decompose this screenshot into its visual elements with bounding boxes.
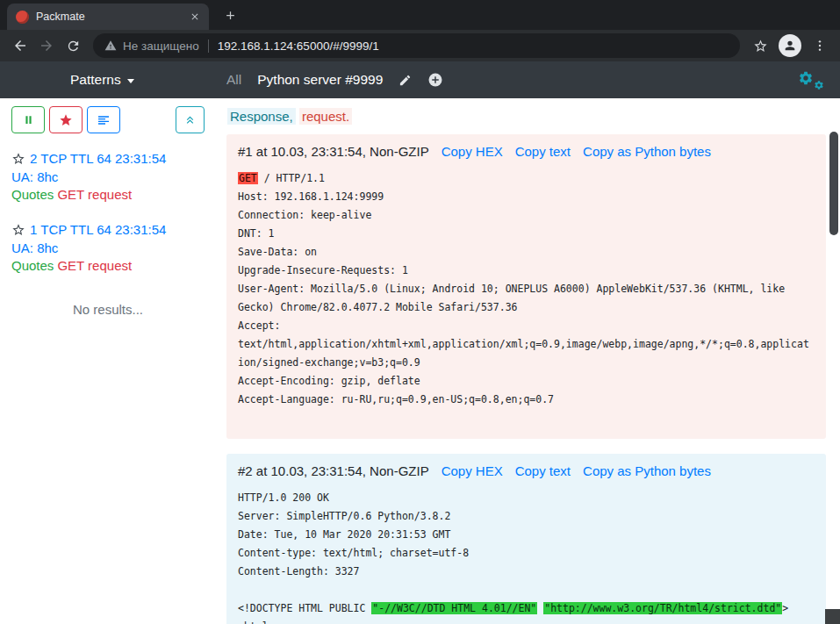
edit-capture-button[interactable]: [398, 74, 412, 87]
omnibox-separator: [208, 39, 209, 53]
plus-circle-icon: [427, 72, 443, 88]
bookmark-button[interactable]: [747, 32, 773, 59]
packet-item-tags: QuotesGET request: [11, 257, 168, 276]
packet-item-ua: UA: 8hc: [11, 240, 168, 258]
url-text: 192.168.1.124:65000/#/9999/1: [218, 39, 729, 53]
legend: Response, request.: [227, 109, 826, 124]
copy-text-link[interactable]: Copy text: [515, 463, 571, 478]
packet-line: Save-Data: on: [238, 243, 815, 262]
packet-card-header: #1 at 10.03, 23:31:54, Non-GZIP Copy HEX…: [238, 144, 815, 159]
packet-line: HTTP/1.0 200 OK: [238, 489, 815, 507]
packet-line: Host: 192.168.1.124:9999: [238, 188, 815, 206]
scrollbar[interactable]: [829, 98, 840, 624]
packet-line: Server: SimpleHTTP/0.6 Python/3.8.2: [238, 507, 815, 526]
packet-line: Accept-Encoding: gzip, deflate: [238, 372, 815, 391]
address-bar[interactable]: Не защищено 192.168.1.124:65000/#/9999/1: [93, 33, 740, 58]
nav-item-all[interactable]: All: [226, 72, 241, 88]
forward-button[interactable]: [33, 32, 60, 59]
app-navbar: Patterns All Python server #9999: [0, 61, 840, 98]
security-label: Не защищено: [123, 39, 199, 53]
gear-small-icon: [814, 80, 824, 90]
profile-button[interactable]: [779, 34, 801, 57]
sidebar: 2 TCP TTL 64 23:31:54 UA: 8hc QuotesGET …: [0, 98, 216, 624]
star-outline-icon[interactable]: [11, 152, 25, 166]
quotes-label: Quotes: [11, 187, 54, 202]
gear-icon: [798, 70, 814, 86]
no-results-text: No results...: [11, 302, 205, 317]
back-icon: [12, 38, 28, 54]
sidebar-toolbar: [11, 106, 205, 133]
star-outline-icon[interactable]: [11, 223, 25, 237]
browser-toolbar: Не защищено 192.168.1.124:65000/#/9999/1: [0, 30, 840, 61]
bookmark-star-icon: [753, 39, 768, 54]
copy-text-link[interactable]: Copy text: [515, 144, 571, 159]
packet-line: Accept: text/html,application/xhtml+xml,…: [238, 317, 815, 372]
packet-header-text: #2 at 10.03, 23:31:54, Non-GZIP: [238, 463, 429, 478]
tab-title: Packmate: [36, 11, 180, 23]
browser-tab-bar: Packmate: [0, 0, 840, 30]
scrollbar-thumb[interactable]: [829, 132, 838, 235]
packet-list-item[interactable]: 2 TCP TTL 64 23:31:54 UA: 8hc QuotesGET …: [11, 150, 168, 204]
packet-line: User-Agent: Mozilla/5.0 (Linux; Android …: [238, 280, 815, 317]
patterns-label: Patterns: [70, 72, 121, 88]
back-button[interactable]: [7, 32, 33, 59]
plus-icon: [224, 9, 237, 22]
new-tab-button[interactable]: [218, 3, 242, 27]
packet-line: DNT: 1: [238, 225, 815, 243]
browser-tab[interactable]: Packmate: [7, 4, 209, 30]
packet-line: <!DOCTYPE HTML PUBLIC "-//W3C//DTD HTML …: [238, 599, 815, 618]
forward-icon: [39, 38, 54, 54]
packet-line: Accept-Language: ru-RU,ru;q=0.9,en-US;q=…: [238, 391, 815, 409]
reload-button[interactable]: [60, 32, 86, 59]
person-icon: [783, 39, 797, 53]
patterns-dropdown[interactable]: Patterns: [70, 72, 134, 88]
packet-line: [238, 409, 815, 427]
legend-response: Response,: [227, 108, 296, 125]
copy-hex-link[interactable]: Copy HEX: [442, 463, 503, 478]
close-icon: [190, 11, 200, 22]
packet-line: GET / HTTP/1.1: [238, 169, 815, 188]
tab-close-button[interactable]: [187, 10, 202, 25]
nav-item-active-capture[interactable]: Python server #9999: [257, 72, 383, 88]
copy-hex-link[interactable]: Copy HEX: [442, 144, 503, 159]
star-icon: [59, 113, 73, 127]
packet-header-text: #1 at 10.03, 23:31:54, Non-GZIP: [238, 144, 429, 159]
pattern-label: GET request: [57, 258, 132, 273]
packet-card-request: #1 at 10.03, 23:31:54, Non-GZIP Copy HEX…: [226, 134, 826, 439]
kebab-menu-icon: [813, 39, 827, 53]
packet-item-title: 1 TCP TTL 64 23:31:54: [30, 222, 166, 237]
packet-item-tags: QuotesGET request: [11, 186, 168, 204]
patterns-filter-button[interactable]: [87, 106, 120, 133]
collapse-sidebar-button[interactable]: [176, 106, 205, 133]
packet-line: Content-type: text/html; charset=utf-8: [238, 544, 815, 563]
pause-icon: [22, 113, 35, 126]
settings-button[interactable]: [798, 69, 824, 90]
quotes-label: Quotes: [11, 258, 54, 273]
browser-menu-button[interactable]: [807, 32, 833, 59]
capture-tabs: All Python server #9999: [226, 72, 443, 88]
packet-item-ua: UA: 8hc: [11, 169, 168, 187]
favorites-filter-button[interactable]: [49, 106, 83, 133]
packet-line: <html>: [238, 618, 815, 624]
main-content: Response, request. #1 at 10.03, 23:31:54…: [216, 98, 840, 624]
align-left-icon: [97, 113, 111, 127]
copy-python-bytes-link[interactable]: Copy as Python bytes: [583, 463, 711, 478]
packet-line: Content-Length: 3327: [238, 563, 815, 581]
pencil-icon: [398, 74, 412, 87]
packet-card-header: #2 at 10.03, 23:31:54, Non-GZIP Copy HEX…: [238, 463, 815, 478]
packet-list-item[interactable]: 1 TCP TTL 64 23:31:54 UA: 8hc QuotesGET …: [11, 221, 168, 276]
app-body: 2 TCP TTL 64 23:31:54 UA: 8hc QuotesGET …: [0, 98, 840, 624]
add-capture-button[interactable]: [427, 72, 443, 88]
packet-line: Connection: keep-alive: [238, 206, 815, 225]
packet-item-title: 2 TCP TTL 64 23:31:54: [30, 151, 166, 166]
scrollbar-corner: [825, 609, 840, 624]
warning-icon: [104, 39, 117, 52]
chevrons-up-icon: [183, 113, 197, 126]
packet-line: Date: Tue, 10 Mar 2020 20:31:53 GMT: [238, 526, 815, 544]
packet-body: GET / HTTP/1.1Host: 192.168.1.124:9999Co…: [238, 169, 815, 427]
packet-line: Upgrade-Insecure-Requests: 1: [238, 262, 815, 280]
pause-capture-button[interactable]: [11, 106, 45, 133]
packet-line: [238, 581, 815, 599]
reload-icon: [66, 39, 81, 54]
copy-python-bytes-link[interactable]: Copy as Python bytes: [583, 144, 711, 159]
